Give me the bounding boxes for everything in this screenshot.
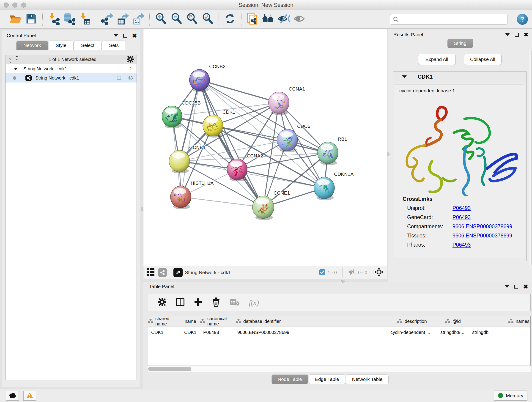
collapse-all-icon[interactable]: ⌄⌄ — [8, 56, 12, 63]
tab-style[interactable]: Style — [49, 41, 74, 50]
network-node-HIST1H1A[interactable]: HIST1H1A — [171, 180, 214, 209]
warnings-button[interactable] — [23, 391, 36, 401]
column-header-canonical-name[interactable]: canonical name — [200, 316, 234, 327]
crosslink-link[interactable]: 9606.ENSP00000378699 — [452, 233, 512, 239]
export-table-button[interactable] — [116, 12, 129, 26]
tab-network-table[interactable]: Network Table — [346, 375, 389, 384]
close-panel-icon[interactable]: ✖ — [524, 33, 528, 37]
collapse-all-button[interactable]: Collapse All — [464, 54, 501, 65]
results-scrollbar[interactable] — [529, 51, 532, 265]
crosslink-link[interactable]: P06493 — [452, 205, 471, 211]
panel-menu-icon[interactable] — [505, 33, 510, 36]
import-network-file-button[interactable] — [47, 12, 60, 26]
birdseye-crosshair-icon[interactable] — [374, 267, 384, 278]
minimize-window-button[interactable] — [12, 2, 17, 7]
edge-CCNB2-RB1 — [200, 80, 328, 153]
network-options-gear-icon[interactable] — [127, 56, 134, 64]
hidden-eye-slash-icon[interactable] — [348, 269, 356, 276]
network-node-CDK1[interactable]: CDK1 — [203, 109, 235, 138]
tab-node-table[interactable]: Node Table — [272, 375, 308, 384]
float-panel-icon[interactable] — [515, 33, 519, 37]
grid-view-icon[interactable] — [147, 268, 155, 277]
edge-HIST1H1A-CCNE1 — [181, 197, 263, 207]
table-row[interactable]: CDK1CDK1P064939606.ENSP00000378699cyclin… — [148, 327, 530, 338]
import-table-file-button[interactable] — [78, 12, 91, 26]
open-session-button[interactable] — [9, 12, 22, 26]
column-header-shared-name[interactable]: shared name — [148, 316, 181, 327]
hide-panel-button[interactable] — [277, 12, 290, 26]
network-canvas[interactable]: CCNB2CCNA1CDC25BCDK1CDC6RB1CCNB1CCNA2CDK… — [143, 29, 387, 266]
crosslink-link[interactable]: 9606.ENSP00000378699 — [452, 223, 512, 230]
search-input[interactable] — [390, 14, 508, 25]
refresh-button[interactable] — [224, 12, 236, 26]
horizontal-splitter-handle[interactable] — [341, 280, 345, 283]
table-horizontal-scrollbar[interactable] — [148, 366, 531, 372]
float-panel-icon[interactable] — [123, 34, 127, 38]
clone-network-button[interactable] — [246, 12, 259, 26]
network-node-CCNB2[interactable]: CCNB2 — [190, 64, 225, 92]
delete-column-trash-icon[interactable] — [212, 297, 220, 308]
selected-checkbox-icon[interactable] — [319, 269, 325, 276]
crosslink-link[interactable]: P06493 — [452, 214, 471, 220]
column-header-namespace[interactable]: namespace — [469, 316, 531, 327]
expand-all-button[interactable]: Expand All — [418, 54, 456, 65]
results-panel-title: Results Panel — [393, 32, 423, 37]
show-columns-icon[interactable] — [176, 298, 185, 307]
network-node-CDKN1A[interactable]: CDKN1A — [314, 172, 354, 200]
close-panel-icon[interactable]: ✖ — [523, 285, 528, 288]
detach-view-icon[interactable] — [173, 268, 183, 277]
collection-expand-icon[interactable] — [14, 68, 18, 70]
zoom-out-button[interactable] — [170, 12, 183, 26]
tab-select[interactable]: Select — [74, 41, 101, 50]
session-home-button[interactable] — [262, 12, 274, 26]
network-node-RB1[interactable]: RB1 — [317, 136, 347, 165]
memory-button[interactable]: Memory — [494, 390, 527, 401]
tab-network[interactable]: Network — [16, 41, 48, 50]
scrollbar-thumb[interactable] — [148, 367, 191, 371]
zoom-selected-button[interactable] — [201, 12, 214, 26]
network-collection-row[interactable]: String Network - cdk1 1 — [6, 64, 137, 73]
close-window-button[interactable] — [4, 2, 9, 7]
tab-sets[interactable]: Sets — [102, 41, 126, 50]
network-view-share-icon[interactable] — [158, 268, 167, 277]
panel-menu-icon[interactable] — [505, 285, 509, 288]
network-node-CCNB1[interactable]: CCNB1 — [169, 145, 206, 173]
export-network-button[interactable] — [101, 12, 114, 26]
column-header-name[interactable]: name — [181, 316, 200, 327]
toolbar-separator — [241, 13, 241, 26]
window-title: Session: New Session — [0, 2, 532, 8]
vertical-splitter-handle[interactable] — [387, 153, 389, 156]
network-row-selected[interactable]: String Network - cdk1 11 48 — [6, 73, 137, 83]
tab-edge-table[interactable]: Edge Table — [309, 375, 345, 384]
column-header-database-identifier[interactable]: database identifier — [234, 316, 387, 327]
export-image-button[interactable] — [132, 12, 145, 26]
import-network-database-button[interactable] — [63, 12, 76, 26]
crosslink-row: Tissues:9606.ENSP00000378699 — [403, 233, 525, 239]
expand-all-icon[interactable]: ⌃⌃ — [15, 56, 18, 63]
collection-label: String Network - cdk1 — [23, 66, 67, 71]
column-header-description[interactable]: description — [387, 316, 437, 327]
gene-expand-icon[interactable] — [402, 75, 407, 78]
selected-counts: 1 - 0 — [328, 270, 337, 275]
vertical-splitter-handle[interactable] — [141, 207, 143, 211]
help-button[interactable]: ? — [517, 14, 528, 25]
show-eye-button[interactable] — [293, 12, 306, 26]
add-column-icon[interactable] — [194, 298, 203, 307]
network-edges[interactable] — [172, 80, 328, 207]
column-header--id[interactable]: @id — [437, 316, 469, 327]
cloud-status-button[interactable] — [6, 391, 19, 401]
crosslink-link[interactable]: P06493 — [452, 242, 471, 248]
gene-entry-header[interactable]: CDK1 — [393, 72, 526, 82]
zoom-window-button[interactable] — [21, 2, 26, 7]
table-options-gear-icon[interactable] — [158, 298, 166, 307]
tab-string[interactable]: String — [447, 39, 473, 48]
panel-menu-icon[interactable] — [114, 34, 118, 37]
zoom-fit-button[interactable] — [186, 12, 198, 26]
zoom-in-button[interactable] — [154, 12, 167, 26]
save-session-button[interactable] — [25, 12, 38, 26]
network-node-CCNE1[interactable]: CCNE1 — [253, 190, 290, 220]
float-panel-icon[interactable] — [514, 285, 518, 288]
column-type-icon — [445, 319, 450, 324]
network-view-title: String Network - cdk1 — [185, 270, 231, 275]
close-panel-icon[interactable]: ✖ — [132, 34, 137, 38]
